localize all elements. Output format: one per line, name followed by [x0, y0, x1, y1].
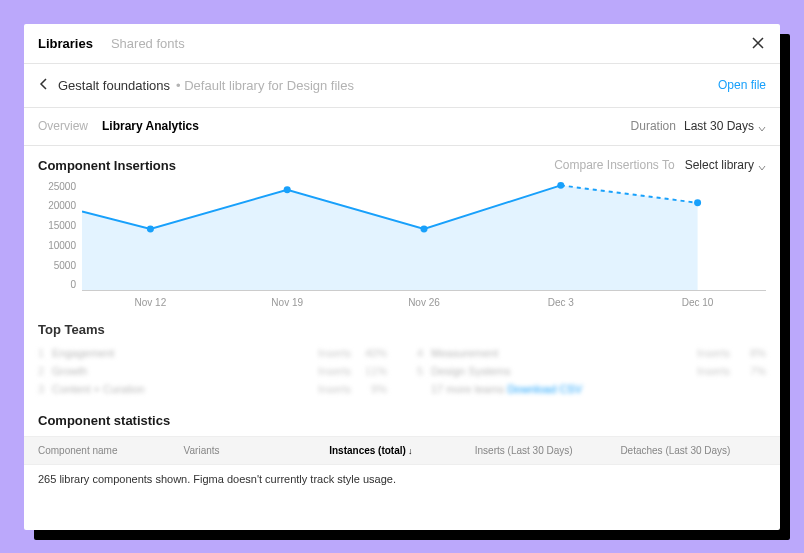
subtab-analytics[interactable]: Library Analytics	[102, 119, 199, 133]
th-variants[interactable]: Variants	[184, 445, 330, 456]
duration-dropdown[interactable]: Last 30 Days	[684, 119, 766, 133]
stats-title: Component statistics	[38, 413, 170, 428]
team-row: 2GrowthInserts11%	[38, 365, 387, 377]
sort-arrow-icon: ↓	[408, 446, 413, 456]
chart-title: Component Insertions	[38, 158, 176, 173]
library-name: Gestalt foundations	[58, 78, 170, 93]
y-tick: 5000	[54, 260, 76, 271]
x-tick: Dec 10	[629, 297, 766, 308]
svg-point-0	[147, 225, 154, 232]
y-tick: 10000	[48, 240, 76, 251]
team-row: 17 more teams Download CSV	[417, 383, 766, 395]
svg-point-3	[557, 181, 564, 188]
y-tick: 15000	[48, 220, 76, 231]
compare-label: Compare Insertions To	[554, 158, 675, 172]
chevron-down-icon	[758, 161, 766, 169]
chart-area: 2500020000150001000050000 Nov 12Nov 19No…	[24, 177, 780, 308]
back-icon[interactable]	[38, 78, 58, 93]
y-tick: 0	[70, 279, 76, 290]
x-tick: Nov 26	[356, 297, 493, 308]
team-row: 3Content + CurationInserts9%	[38, 383, 387, 395]
th-inserts[interactable]: Inserts (Last 30 Days)	[475, 445, 621, 456]
team-row: 4MeasurementInserts8%	[417, 347, 766, 359]
subtab-bar: Overview Library Analytics Duration Last…	[24, 108, 780, 146]
library-modal: Libraries Shared fonts Gestalt foundatio…	[24, 24, 780, 530]
th-instances[interactable]: Instances (total)↓	[329, 445, 475, 456]
team-row: 5Design SystemsInserts7%	[417, 365, 766, 377]
x-tick: Nov 19	[219, 297, 356, 308]
th-detaches[interactable]: Detaches (Last 30 Days)	[620, 445, 766, 456]
compare-dropdown[interactable]: Select library	[685, 158, 766, 172]
top-teams-section: Top Teams 1EngagementInserts40%4Measurem…	[24, 308, 780, 401]
svg-point-1	[284, 186, 291, 193]
y-tick: 20000	[48, 200, 76, 211]
duration-label: Duration	[631, 119, 676, 133]
x-axis: Nov 12Nov 19Nov 26Dec 3Dec 10	[38, 291, 766, 308]
y-axis: 2500020000150001000050000	[38, 181, 82, 291]
tab-libraries[interactable]: Libraries	[38, 36, 93, 51]
chevron-down-icon	[758, 122, 766, 130]
tab-shared-fonts[interactable]: Shared fonts	[111, 36, 185, 51]
svg-point-2	[420, 225, 427, 232]
breadcrumb-bar: Gestalt foundations • Default library fo…	[24, 64, 780, 108]
stats-header: Component statistics	[24, 401, 780, 436]
footer-note: 265 library components shown. Figma does…	[24, 465, 780, 493]
subtab-overview[interactable]: Overview	[38, 119, 88, 133]
x-tick: Nov 12	[82, 297, 219, 308]
y-tick: 25000	[48, 181, 76, 192]
library-desc: • Default library for Design files	[176, 78, 354, 93]
open-file-link[interactable]: Open file	[718, 78, 766, 92]
chart-header: Component Insertions Compare Insertions …	[24, 146, 780, 177]
x-tick: Dec 3	[492, 297, 629, 308]
team-row: 1EngagementInserts40%	[38, 347, 387, 359]
stats-table-header: Component name Variants Instances (total…	[24, 436, 780, 465]
svg-point-4	[694, 199, 701, 206]
topbar: Libraries Shared fonts	[24, 24, 780, 64]
chart-plot	[82, 181, 766, 291]
close-icon[interactable]	[750, 35, 766, 51]
th-name[interactable]: Component name	[38, 445, 184, 456]
top-teams-title: Top Teams	[38, 322, 766, 337]
